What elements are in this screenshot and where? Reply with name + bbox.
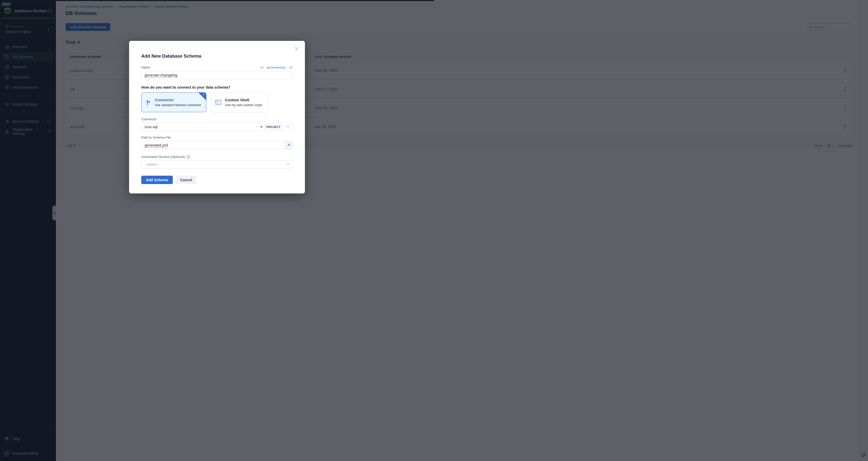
check-icon: ✓ xyxy=(203,93,205,96)
option-card-custom-shell[interactable]: Custom Shell Use my own custom script xyxy=(211,92,268,112)
connector-branch-icon xyxy=(145,99,151,106)
name-input[interactable]: generate-changelog xyxy=(141,71,293,79)
add-schema-modal: Add New Database Schema Name Id : genera… xyxy=(129,41,305,193)
add-schema-submit-button[interactable]: Add Schema xyxy=(141,176,173,184)
scope-badge: PROJECT xyxy=(264,124,283,129)
option-card-connector[interactable]: ✓ Connector Use standard Harness connect… xyxy=(141,92,206,112)
pin-button[interactable] xyxy=(285,141,292,149)
modal-title: Add New Database Schema xyxy=(141,54,293,59)
id-prefix: Id : xyxy=(261,65,265,69)
close-icon[interactable] xyxy=(294,46,299,51)
chevron-down-icon xyxy=(287,126,289,128)
chevron-down-icon xyxy=(287,163,289,165)
connector-select[interactable]: mux-sql PROJECT xyxy=(141,123,293,131)
edit-pencil-icon[interactable] xyxy=(289,66,293,69)
pin-icon xyxy=(287,143,291,147)
connect-question: How do you want to connect to your data … xyxy=(141,85,293,89)
path-input[interactable]: generated.yml xyxy=(141,141,293,149)
connector-status-dot xyxy=(260,126,262,128)
cancel-button[interactable]: Cancel xyxy=(176,176,197,184)
id-value-link[interactable]: generatecha... xyxy=(267,65,288,69)
name-label: Name xyxy=(141,65,150,69)
associated-service-label: Associated Service (Optional) xyxy=(141,155,185,159)
info-icon[interactable] xyxy=(187,155,190,159)
connector-label: Connector xyxy=(141,117,157,121)
associated-service-select[interactable]: - Select - xyxy=(141,160,293,169)
terminal-icon xyxy=(215,99,222,106)
path-label: Path to Schema File xyxy=(141,136,171,139)
